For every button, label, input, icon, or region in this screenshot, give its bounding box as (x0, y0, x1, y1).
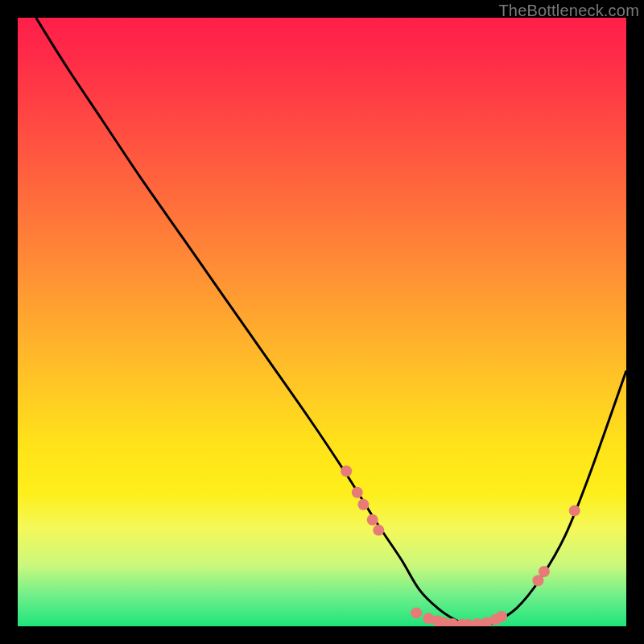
data-marker (341, 465, 352, 477)
data-marker (373, 525, 384, 536)
marker-group (341, 465, 580, 626)
data-marker (569, 505, 580, 516)
data-marker (539, 566, 550, 577)
data-marker (496, 611, 507, 622)
watermark-text: TheBottleneck.com (498, 2, 639, 20)
data-marker (352, 487, 363, 498)
curve-layer (18, 18, 626, 626)
data-marker (367, 514, 378, 526)
bottleneck-curve (36, 18, 626, 626)
data-marker (411, 607, 422, 618)
data-marker (357, 499, 369, 510)
chart-frame (18, 18, 626, 626)
plot-area (18, 18, 626, 626)
